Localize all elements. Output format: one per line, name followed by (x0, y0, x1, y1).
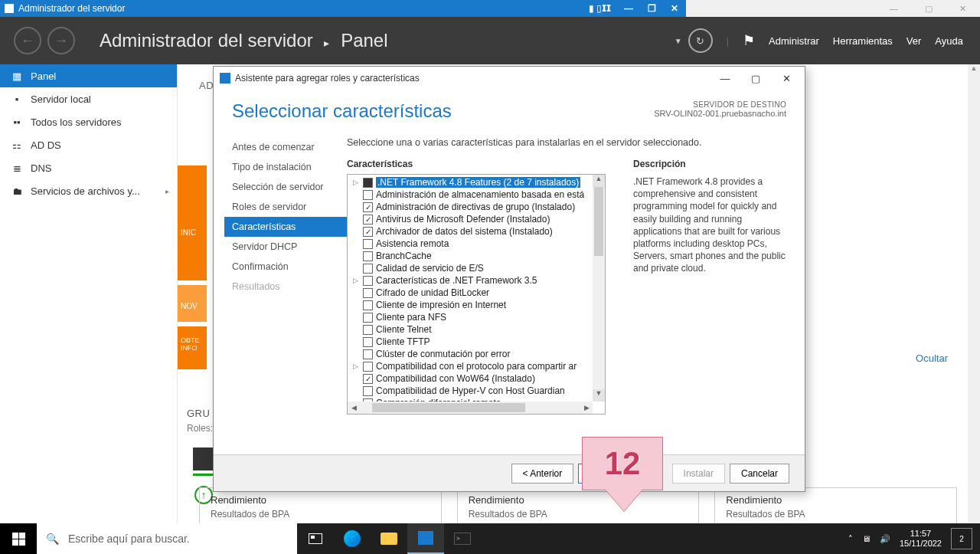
feature-checkbox[interactable] (363, 178, 373, 188)
nav-panel[interactable]: ▦Panel (0, 64, 177, 87)
scroll-left-button[interactable]: ◀ (348, 404, 360, 411)
install-button[interactable]: Instalar (672, 464, 725, 484)
feature-checkbox[interactable] (363, 215, 373, 225)
feature-checkbox[interactable] (363, 349, 373, 359)
hscroll-thumb[interactable] (372, 403, 525, 412)
feature-row[interactable]: Asistencia remota (348, 238, 593, 250)
feature-row[interactable]: Cliente Telnet (348, 323, 593, 336)
feature-checkbox[interactable] (363, 325, 373, 335)
feature-row[interactable]: BranchCache (348, 250, 593, 262)
feature-checkbox[interactable] (363, 251, 373, 261)
feature-checkbox[interactable] (363, 313, 373, 323)
feature-row[interactable]: Clúster de conmutación por error (348, 348, 593, 360)
expand-icon[interactable]: ▷ (351, 362, 360, 370)
feature-row[interactable]: Cifrado de unidad BitLocker (348, 287, 593, 299)
sm-minimize-button[interactable]: — (617, 3, 640, 14)
feature-row[interactable]: Calidad de servicio de E/S (348, 262, 593, 274)
feature-checkbox[interactable] (363, 239, 373, 249)
wizard-step[interactable]: Selección de servidor (224, 177, 347, 197)
tray-overflow-icon[interactable]: ˄ (848, 534, 853, 544)
wizard-step[interactable]: Antes de comenzar (224, 137, 347, 157)
taskbar-explorer[interactable] (371, 523, 407, 554)
vertical-scrollbar[interactable]: ▲ ▼ (593, 175, 605, 402)
feature-checkbox[interactable] (363, 227, 373, 237)
feature-row[interactable]: Administración de almacenamiento basada … (348, 188, 593, 201)
wizard-maximize-button[interactable]: ▢ (740, 67, 771, 89)
task-view-button[interactable] (297, 523, 334, 554)
feature-row[interactable]: Antivirus de Microsoft Defender (Instala… (348, 213, 593, 225)
menu-tools[interactable]: Herramientas (833, 35, 893, 47)
menu-view[interactable]: Ver (906, 35, 922, 47)
menu-manage[interactable]: Administrar (769, 35, 819, 47)
feature-row[interactable]: Cliente TFTP (348, 336, 593, 348)
outer-minimize-button[interactable]: — (877, 0, 911, 17)
taskbar-server-manager[interactable] (407, 523, 444, 554)
scroll-thumb[interactable] (594, 187, 603, 256)
feature-checkbox[interactable] (363, 362, 373, 372)
role-tile[interactable]: Rendimiento Resultados de BPA (457, 487, 700, 526)
wizard-step[interactable]: Características (224, 217, 347, 237)
expand-icon[interactable]: ▷ (351, 179, 360, 186)
feature-row[interactable]: Cliente de impresión en Internet (348, 299, 593, 311)
cancel-button[interactable]: Cancelar (730, 464, 789, 484)
back-button[interactable]: ← (14, 27, 41, 54)
feature-checkbox[interactable] (363, 337, 373, 347)
scroll-down-button[interactable]: ▼ (593, 389, 605, 402)
wizard-step[interactable]: Tipo de instalación (224, 157, 347, 177)
feature-row[interactable]: Compatibilidad con WoW64 (Instalado) (348, 372, 593, 385)
flag-icon[interactable]: ⚑ (743, 32, 755, 49)
feature-checkbox[interactable] (363, 202, 373, 212)
refresh-button[interactable]: ↻ (688, 28, 713, 53)
feature-row[interactable]: ▷.NET Framework 4.8 Features (2 de 7 ins… (348, 176, 593, 188)
previous-button[interactable]: < Anterior (511, 464, 574, 484)
expand-icon[interactable]: ▷ (351, 277, 360, 284)
feature-checkbox[interactable] (363, 386, 373, 396)
nav-local-server[interactable]: ▪Servidor local (0, 87, 177, 110)
feature-checkbox[interactable] (363, 300, 373, 310)
tray-volume-icon[interactable]: 🔊 (880, 534, 890, 544)
wizard-step[interactable]: Roles de servidor (224, 197, 347, 217)
nav-all-servers[interactable]: ▪▪Todos los servidores (0, 110, 177, 133)
nav-ad-ds[interactable]: ⚏AD DS (0, 133, 177, 156)
feature-checkbox[interactable] (363, 276, 373, 286)
feature-checkbox[interactable] (363, 264, 373, 274)
nav-file-services[interactable]: 🖿Servicios de archivos y...▸ (0, 179, 177, 202)
feature-checkbox[interactable] (363, 288, 373, 298)
sm-close-button[interactable]: ✕ (663, 3, 686, 14)
taskbar-clock[interactable]: 11:57 15/11/2022 (900, 529, 942, 549)
feature-row[interactable]: ▷Características de .NET Framework 3.5 (348, 274, 593, 287)
forward-button[interactable]: → (47, 27, 75, 54)
outer-maximize-button[interactable]: ▢ (911, 0, 946, 17)
wizard-step[interactable]: Confirmación (224, 257, 347, 277)
feature-row[interactable]: Administración de directivas de grupo (I… (348, 201, 593, 213)
feature-row[interactable]: Compatibilidad de Hyper-V con Host Guard… (348, 385, 593, 397)
taskbar-cmd[interactable]: > (444, 523, 481, 554)
next-button[interactable]: Siguiente > (578, 464, 647, 484)
feature-checkbox[interactable] (363, 374, 373, 384)
role-tile[interactable]: Rendimiento Resultados de BPA (714, 487, 957, 526)
wizard-step[interactable]: Servidor DHCP (224, 237, 347, 257)
wizard-close-button[interactable]: ✕ (771, 67, 802, 89)
tray-display-icon[interactable]: 🖥 (862, 534, 871, 543)
breadcrumb-app[interactable]: Administrador del servidor (100, 30, 313, 51)
feature-row[interactable]: ▷Compatibilidad con el protocolo para co… (348, 360, 593, 372)
feature-row[interactable]: Archivador de datos del sistema (Instala… (348, 225, 593, 238)
feature-row[interactable]: Cliente para NFS (348, 311, 593, 323)
notifications-button[interactable]: 2 (951, 528, 972, 549)
scroll-up-button[interactable]: ▲ (593, 175, 605, 187)
breadcrumb-page[interactable]: Panel (341, 30, 387, 51)
horizontal-scrollbar[interactable]: ◀ ▶ (348, 402, 593, 414)
menu-help[interactable]: Ayuda (935, 35, 963, 47)
features-listbox[interactable]: ▷.NET Framework 4.8 Features (2 de 7 ins… (347, 174, 606, 415)
taskbar-search[interactable]: 🔍 Escribe aquí para buscar. (37, 523, 297, 554)
taskbar-edge[interactable] (334, 523, 371, 554)
main-vertical-scrollbar[interactable]: ▲ (968, 64, 980, 523)
scroll-right-button[interactable]: ▶ (580, 404, 593, 411)
hide-link[interactable]: Ocultar (916, 352, 948, 364)
wizard-minimize-button[interactable]: — (710, 67, 740, 89)
feature-checkbox[interactable] (363, 190, 373, 200)
role-tile[interactable]: Rendimiento Resultados de BPA (199, 487, 442, 526)
start-button[interactable] (0, 523, 37, 554)
nav-dns[interactable]: ≣DNS (0, 156, 177, 179)
wizard-titlebar[interactable]: Asistente para agregar roles y caracterí… (214, 67, 805, 90)
